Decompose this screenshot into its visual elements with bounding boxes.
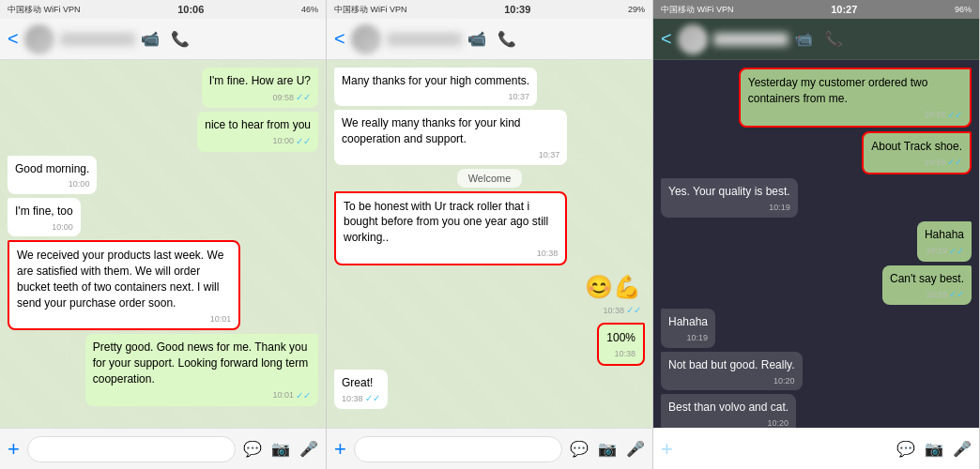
phone-1: 中国移动 WiFi VPN 10:06 46% < 📹 📞 I'm fine. … [0, 0, 327, 469]
back-button[interactable]: < [334, 28, 345, 50]
message-bubble: About Track shoe.10:18✓✓ [862, 131, 972, 175]
message-bubble: We received your products last week. We … [8, 240, 240, 330]
message-row: Welcome [334, 169, 645, 188]
message-row: About Track shoe.10:18✓✓ [661, 131, 972, 175]
message-time: 10:20 [668, 375, 795, 387]
contact-name [60, 33, 135, 46]
microphone-icon[interactable]: 🎤 [299, 440, 318, 458]
status-bar: 中国移动 WiFi VPN 10:06 46% [0, 0, 326, 19]
message-time: 10:38 [606, 348, 635, 360]
contact-name [713, 33, 789, 46]
message-time: 10:38✓✓ [585, 304, 641, 317]
chat-messages: Yesterday my customer ordered two contai… [653, 60, 979, 428]
voice-call-icon[interactable]: 📞 [171, 30, 190, 48]
sticker-icon[interactable]: 💬 [570, 440, 589, 458]
message-row: nice to hear from you10:00✓✓ [8, 112, 318, 152]
status-battery: 46% [301, 5, 318, 14]
voice-call-icon[interactable]: 📞 [824, 30, 843, 48]
message-row: Hahaha10:19 [661, 309, 972, 347]
add-button[interactable]: + [661, 437, 673, 461]
status-battery: 96% [955, 5, 972, 14]
message-bubble: Best than volvo and cat.10:20 [661, 394, 796, 428]
message-text: Hahaha [925, 227, 964, 243]
camera-icon[interactable]: 📷 [271, 440, 290, 458]
message-bubble: Good morning.10:00 [8, 156, 97, 194]
phone-3: 中国移动 WiFi VPN 10:27 96% < 📹 📞 Yesterday … [653, 0, 980, 469]
message-row: Hahaha10:19✓✓ [661, 221, 972, 262]
message-text: To be honest with Ur track roller that i… [344, 199, 558, 246]
status-bar: 中国移动 WiFi VPN 10:27 96% [653, 0, 979, 19]
message-time: 10:00 [15, 178, 89, 190]
chat-header: < 📹 📞 [653, 19, 979, 60]
camera-icon[interactable]: 📷 [598, 440, 617, 458]
status-battery: 29% [628, 5, 645, 14]
message-text: About Track shoe. [871, 139, 962, 155]
message-time: 10:01 [17, 313, 231, 325]
message-text: Great! [342, 375, 380, 391]
camera-icon[interactable]: 📷 [925, 440, 943, 458]
welcome-message: Welcome [457, 169, 523, 188]
message-time: 09:58✓✓ [209, 91, 311, 104]
add-button[interactable]: + [334, 437, 346, 461]
message-input[interactable] [27, 436, 236, 462]
message-text: I'm fine, too [15, 204, 73, 219]
message-text: Good morning. [15, 161, 89, 177]
message-input[interactable] [354, 436, 562, 462]
message-row: Good morning.10:00 [8, 156, 318, 194]
message-time: 10:00✓✓ [205, 135, 311, 148]
message-text: Pretty good. Good news for me. Thank you… [93, 340, 311, 386]
header-actions: 📹 📞 [467, 30, 516, 48]
message-bubble: 100%10:38 [597, 323, 645, 365]
chat-header: < 📹 📞 [327, 19, 652, 60]
message-row: Many thanks for your high comments.10:37 [334, 68, 645, 106]
message-text: 😊💪 [585, 271, 641, 303]
video-call-icon[interactable]: 📹 [141, 30, 160, 48]
message-text: nice to hear from you [205, 117, 311, 133]
microphone-icon[interactable]: 🎤 [626, 440, 645, 458]
input-bar: + 💬 📷 🎤 [327, 428, 652, 469]
video-call-icon[interactable]: 📹 [467, 30, 486, 48]
sticker-icon[interactable]: 💬 [896, 440, 915, 458]
message-row: To be honest with Ur track roller that i… [334, 191, 645, 265]
contact-avatar [678, 24, 708, 54]
back-button[interactable]: < [8, 28, 19, 50]
message-row: I'm fine, too10:00 [8, 198, 318, 236]
contact-name [387, 33, 462, 46]
voice-call-icon[interactable]: 📞 [498, 30, 516, 48]
message-bubble: I'm fine. How are U?09:58✓✓ [202, 68, 318, 108]
message-input[interactable] [681, 436, 889, 462]
message-bubble: Great!10:38✓✓ [334, 370, 388, 410]
header-actions: 📹 📞 [794, 30, 843, 48]
message-row: Yesterday my customer ordered two contai… [661, 68, 972, 128]
chat-header: < 📹 📞 [0, 19, 326, 60]
video-call-icon[interactable]: 📹 [794, 30, 813, 48]
header-actions: 📹 📞 [141, 30, 190, 48]
message-text: Hahaha [668, 314, 708, 330]
phone-2: 中国移动 WiFi VPN 10:39 29% < 📹 📞 Many thank… [327, 0, 653, 469]
contact-avatar [351, 24, 381, 54]
message-bubble: Many thanks for your high comments.10:37 [334, 68, 537, 106]
message-time: 10:19 [668, 202, 790, 214]
message-bubble: Pretty good. Good news for me. Thank you… [85, 334, 318, 405]
message-row: 😊💪10:38✓✓ [334, 269, 645, 320]
message-row: Great!10:38✓✓ [334, 370, 645, 410]
message-time: 10:37 [342, 91, 529, 103]
message-text: We really many thanks for your kind coop… [342, 115, 559, 147]
message-time: 10:38✓✓ [342, 392, 380, 405]
message-time: 10:18✓✓ [748, 109, 962, 122]
message-bubble: nice to hear from you10:00✓✓ [197, 112, 318, 152]
message-bubble: Can't say best.10:19✓✓ [882, 265, 972, 306]
sticker-icon[interactable]: 💬 [243, 440, 262, 458]
input-bar: + 💬 📷 🎤 [653, 428, 979, 469]
message-row: Yes. Your quality is best.10:19 [661, 178, 972, 217]
message-bubble: We really many thanks for your kind coop… [334, 110, 567, 164]
message-time: 10:18✓✓ [871, 156, 962, 169]
chat-messages: Many thanks for your high comments.10:37… [327, 60, 652, 428]
message-row: We received your products last week. We … [8, 240, 318, 330]
message-time: 10:37 [342, 149, 559, 161]
microphone-icon[interactable]: 🎤 [953, 440, 972, 458]
add-button[interactable]: + [8, 437, 20, 461]
message-bubble: Yesterday my customer ordered two contai… [739, 68, 972, 128]
message-text: Can't say best. [890, 271, 964, 287]
back-button[interactable]: < [661, 28, 672, 50]
